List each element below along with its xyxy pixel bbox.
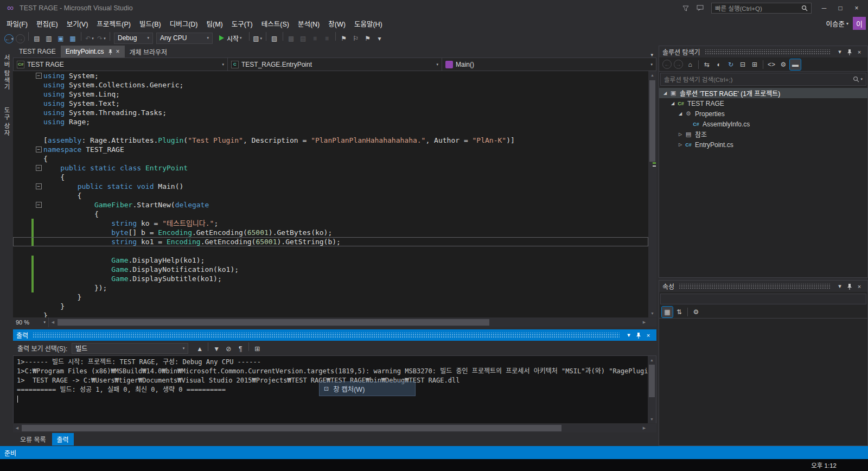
code-editor[interactable]: −using System;using System.Collections.G… [13, 71, 656, 317]
menu-item[interactable]: 파일(F) [2, 19, 32, 30]
zoom-dropdown[interactable]: 90 % ▾ [13, 317, 49, 327]
undo-icon[interactable]: ↶▾ [84, 33, 95, 44]
tree-item[interactable]: C#AssemblyInfo.cs [659, 119, 867, 129]
breakpoint-margin[interactable] [13, 219, 31, 228]
breakpoint-margin[interactable] [13, 256, 31, 265]
code-line[interactable]: Game.DisplaySubtitle(ko1); [13, 274, 648, 283]
output-horizontal-scrollbar[interactable]: ◀ ▶ [13, 424, 648, 432]
copy-output-icon[interactable]: ⊞ [252, 343, 263, 354]
breakpoint-margin[interactable] [13, 228, 31, 237]
code-line[interactable]: using System.Collections.Generic; [13, 80, 648, 90]
chevron-down-icon[interactable]: ▾ [846, 21, 848, 26]
code-line[interactable]: { [13, 154, 648, 163]
scroll-down-icon[interactable]: ▼ [648, 309, 656, 317]
menu-item[interactable]: 테스트(S) [257, 19, 293, 30]
breakpoint-margin[interactable] [13, 246, 31, 256]
scroll-left-icon[interactable]: ◀ [49, 320, 57, 324]
se-back-icon[interactable]: ← [662, 60, 672, 69]
code-line[interactable]: string ko1 = Encoding.GetEncoding(65001)… [13, 237, 648, 246]
breakpoint-margin[interactable] [13, 145, 31, 154]
code-line[interactable] [13, 126, 648, 136]
breakpoint-margin[interactable] [13, 292, 31, 302]
breakpoint-margin[interactable] [13, 154, 31, 163]
project-dropdown[interactable]: C# TEST RAGE ▾ [14, 58, 228, 71]
code-line[interactable]: using System.Text; [13, 99, 648, 108]
toolbar-overflow-icon[interactable]: ▾ [374, 33, 385, 44]
close-button[interactable]: × [848, 2, 865, 14]
code-line[interactable]: } [13, 302, 648, 311]
code-line[interactable]: [assembly: Rage.Attributes.Plugin("Test … [13, 136, 648, 145]
code-line[interactable]: string ko = "테스트입니다."; [13, 219, 648, 228]
indent-icon[interactable]: ≡ [310, 33, 321, 44]
menu-item[interactable]: 프로젝트(P) [92, 19, 135, 30]
scroll-up-icon[interactable]: ▲ [648, 356, 656, 364]
comment-icon[interactable]: ▩ [286, 33, 297, 44]
breakpoint-margin[interactable] [13, 136, 31, 145]
active-files-icon[interactable]: ▾ [650, 52, 653, 58]
minimize-button[interactable]: ─ [816, 2, 832, 14]
uncomment-icon[interactable]: ▤ [298, 33, 309, 44]
scrollbar-thumb[interactable] [649, 80, 655, 162]
code-line[interactable]: } [13, 292, 648, 302]
word-wrap-icon[interactable]: ¶ [235, 343, 246, 354]
side-tool-tab[interactable]: 서버 탐색기 [2, 50, 11, 95]
output-title-bar[interactable]: 출력 ▾ × [13, 329, 656, 341]
output-vertical-scrollbar[interactable]: ▲ ▼ [648, 356, 656, 423]
breakpoint-margin[interactable] [13, 163, 31, 173]
property-pages-icon[interactable]: ⚙ [691, 307, 701, 317]
pin-icon[interactable] [845, 49, 854, 55]
properties-object-dropdown[interactable] [660, 294, 866, 304]
code-area[interactable]: −using System;using System.Collections.G… [13, 71, 648, 317]
breakpoint-margin[interactable] [13, 99, 31, 108]
breakpoint-margin[interactable] [13, 108, 31, 117]
tree-expanded-icon[interactable]: ◢ [676, 111, 684, 116]
tree-collapsed-icon[interactable]: ▷ [676, 132, 684, 137]
output-source-dropdown[interactable]: 빌드 ▾ [72, 343, 188, 354]
menu-item[interactable]: 창(W) [324, 19, 350, 30]
code-line[interactable] [13, 246, 648, 256]
menu-item[interactable]: 디버그(D) [165, 19, 202, 30]
fold-margin[interactable]: − [34, 163, 43, 173]
menu-item[interactable]: 편집(E) [32, 19, 62, 30]
doc-tab[interactable]: EntryPoint.cs× [61, 46, 125, 58]
close-icon[interactable]: × [854, 49, 864, 55]
breakpoint-margin[interactable] [13, 311, 31, 317]
code-line[interactable]: using Rage; [13, 117, 648, 126]
solution-platforms-icon[interactable]: ▧▾ [252, 33, 263, 44]
bookmark-toggle-icon[interactable]: ⚑ [339, 33, 349, 44]
configuration-dropdown[interactable]: Debug ▾ [114, 33, 153, 44]
side-tool-tab[interactable]: 도구 상자 [2, 103, 11, 141]
type-dropdown[interactable]: C TEST_RAGE.EntryPoint ▾ [228, 58, 442, 71]
code-line[interactable]: Game.DisplayHelp(ko1); [13, 256, 648, 265]
outdent-icon[interactable]: ≡ [322, 33, 333, 44]
filter-icon[interactable] [680, 3, 692, 13]
code-line[interactable]: { [13, 191, 648, 200]
scroll-right-icon[interactable]: ▶ [640, 426, 648, 430]
code-line[interactable]: { [13, 209, 648, 219]
new-project-icon[interactable]: ▤ [31, 33, 42, 44]
breakpoint-margin[interactable] [13, 274, 31, 283]
code-line[interactable]: − public static class EntryPoint [13, 163, 648, 173]
nav-back-icon[interactable]: ←▾ [4, 34, 14, 43]
start-debugging-button[interactable]: 시작 ▾ [216, 32, 245, 44]
code-line[interactable]: using System.Threading.Tasks; [13, 108, 648, 117]
code-line[interactable]: − GameFiber.StartNew(delegate [13, 200, 648, 209]
menu-item[interactable]: 도움말(H) [350, 19, 387, 30]
breakpoint-margin[interactable] [13, 200, 31, 209]
breakpoint-margin[interactable] [13, 71, 31, 80]
pin-icon[interactable] [845, 283, 854, 290]
breakpoint-margin[interactable] [13, 237, 31, 246]
doc-tab[interactable]: TEST RAGE [14, 46, 61, 58]
scroll-right-icon[interactable]: ▶ [640, 320, 648, 324]
close-icon[interactable]: × [643, 332, 653, 339]
breakpoint-margin[interactable] [13, 209, 31, 219]
taskbar-clock[interactable]: 오후 1:12 [811, 461, 837, 469]
switch-views-icon[interactable]: ⇆ [701, 59, 712, 70]
signed-in-user[interactable]: 이승준 [826, 18, 845, 29]
code-line[interactable]: { [13, 173, 648, 182]
categorized-icon[interactable]: ▦ [662, 307, 673, 317]
breakpoint-margin[interactable] [13, 173, 31, 182]
doc-tab[interactable]: 개체 브라우저 [125, 46, 173, 58]
fold-margin[interactable]: − [34, 71, 43, 80]
pin-icon[interactable] [634, 332, 643, 339]
